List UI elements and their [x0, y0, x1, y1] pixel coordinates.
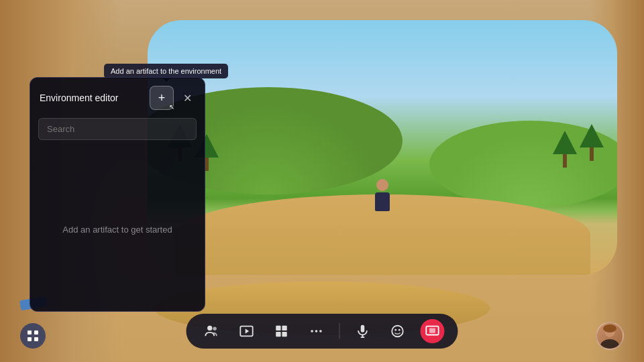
share-btn[interactable]	[421, 319, 445, 343]
svg-point-11	[311, 330, 313, 333]
svg-point-17	[392, 326, 403, 337]
svg-point-13	[319, 330, 322, 333]
svg-rect-3	[34, 337, 38, 341]
more-icon	[309, 324, 324, 339]
environment-editor-panel: Environment editor + ↖ ✕ Add an artifact…	[30, 77, 205, 312]
tree-3	[580, 124, 604, 161]
more-btn[interactable]	[305, 319, 329, 343]
close-panel-button[interactable]: ✕	[179, 90, 195, 106]
avatar-icon	[599, 323, 621, 349]
grid-icon	[27, 330, 39, 342]
share-icon	[425, 324, 440, 339]
avatar-character	[375, 179, 390, 211]
grid-icon-button[interactable]	[20, 323, 46, 349]
toolbar-divider	[339, 323, 340, 339]
svg-point-18	[394, 329, 396, 331]
panel-header: Environment editor + ↖ ✕	[30, 78, 205, 118]
user-avatar-button[interactable]	[596, 322, 624, 350]
svg-rect-1	[34, 330, 38, 335]
svg-point-4	[207, 326, 212, 330]
avatar-body	[375, 192, 390, 211]
svg-rect-0	[28, 330, 32, 335]
emoji-icon	[390, 324, 405, 339]
tree-4	[553, 131, 577, 168]
svg-point-23	[600, 339, 619, 349]
svg-point-12	[315, 330, 318, 333]
add-artifact-button[interactable]: + ↖	[150, 86, 174, 110]
svg-rect-7	[276, 326, 280, 330]
svg-point-19	[398, 329, 400, 331]
svg-point-5	[213, 327, 217, 331]
content-icon	[274, 324, 289, 339]
search-input[interactable]	[38, 118, 197, 140]
svg-point-24	[603, 324, 616, 333]
mic-icon	[356, 324, 370, 339]
empty-state: Add an artifact to get started	[30, 148, 205, 311]
avatar-head	[376, 179, 388, 191]
emoji-btn[interactable]	[386, 319, 410, 343]
search-container	[30, 118, 205, 148]
mic-btn[interactable]	[351, 319, 375, 343]
media-icon	[239, 324, 254, 339]
svg-rect-14	[361, 325, 365, 333]
media-btn[interactable]	[235, 319, 259, 343]
cursor-icon: ↖	[169, 103, 174, 111]
svg-rect-10	[282, 332, 286, 337]
svg-rect-2	[28, 337, 32, 341]
window-scene	[148, 20, 617, 275]
svg-rect-9	[276, 332, 280, 337]
grid-menu-button[interactable]	[20, 323, 46, 349]
svg-rect-8	[282, 326, 286, 330]
panel-title: Environment editor	[40, 93, 119, 103]
people-btn[interactable]	[200, 319, 224, 343]
bottom-toolbar	[186, 314, 458, 349]
panel-actions: + ↖ ✕	[150, 86, 195, 110]
svg-rect-21	[429, 328, 435, 333]
content-btn[interactable]	[270, 319, 294, 343]
people-icon	[205, 324, 219, 339]
